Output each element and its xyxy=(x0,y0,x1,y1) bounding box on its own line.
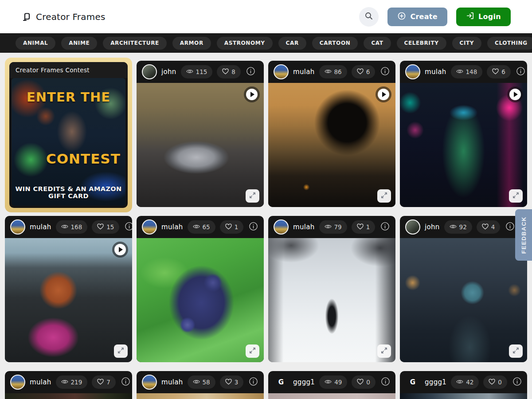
likes-pill[interactable]: 4 xyxy=(477,220,501,234)
nav-category[interactable]: ANIMAL xyxy=(16,37,55,50)
username[interactable]: mulah xyxy=(30,378,51,386)
expand-button[interactable] xyxy=(246,189,259,203)
username[interactable]: gggg1 xyxy=(425,378,446,386)
likes-pill[interactable]: 15 xyxy=(92,220,119,234)
avatar[interactable] xyxy=(405,219,420,235)
info-button[interactable] xyxy=(248,221,259,233)
card-image[interactable] xyxy=(137,238,264,362)
views-pill: 79 xyxy=(319,220,347,234)
nav-category[interactable]: CAT xyxy=(364,37,391,50)
likes-pill[interactable]: 3 xyxy=(220,376,244,389)
eye-icon xyxy=(325,379,332,386)
likes-pill[interactable]: 6 xyxy=(487,65,511,78)
avatar[interactable] xyxy=(142,219,157,235)
expand-button[interactable] xyxy=(377,344,391,358)
username[interactable]: mulah xyxy=(293,68,315,76)
likes-pill[interactable]: 7 xyxy=(92,376,116,389)
avatar[interactable] xyxy=(274,64,289,79)
info-button[interactable] xyxy=(248,376,259,388)
info-button[interactable] xyxy=(120,376,131,388)
frames-logo-icon xyxy=(21,12,32,22)
info-button[interactable] xyxy=(512,376,523,388)
card-menu-button[interactable]: ⋮ xyxy=(395,67,395,77)
views-count: 148 xyxy=(466,68,477,75)
info-button[interactable] xyxy=(515,66,526,78)
nav-category[interactable]: CAR xyxy=(278,37,306,50)
username[interactable]: john xyxy=(161,68,176,76)
card-image[interactable] xyxy=(268,393,395,399)
avatar[interactable]: G xyxy=(274,375,289,390)
likes-pill[interactable]: 0 xyxy=(483,376,507,389)
card-image[interactable] xyxy=(137,83,264,207)
avatar[interactable] xyxy=(10,219,25,235)
likes-pill[interactable]: 1 xyxy=(352,220,376,234)
info-button[interactable] xyxy=(379,66,391,78)
card-image[interactable] xyxy=(268,238,395,362)
likes-pill[interactable]: 6 xyxy=(352,65,376,78)
nav-category[interactable]: CELEBRITY xyxy=(397,37,446,50)
avatar[interactable] xyxy=(405,64,420,79)
username[interactable]: mulah xyxy=(425,68,446,76)
username[interactable]: john xyxy=(425,223,440,231)
nav-category[interactable]: ASTRONOMY xyxy=(217,37,273,50)
heart-icon xyxy=(97,223,104,231)
card-image[interactable] xyxy=(268,83,395,207)
media-card: G gggg1 49 0 xyxy=(268,371,395,399)
avatar[interactable] xyxy=(142,375,157,390)
username[interactable]: mulah xyxy=(161,223,183,231)
avatar[interactable]: G xyxy=(405,375,420,390)
username[interactable]: gggg1 xyxy=(293,378,315,386)
info-icon xyxy=(381,377,390,387)
card-image[interactable] xyxy=(5,238,132,362)
cards-grid: Creator Frames Contest ENTER THE CONTEST… xyxy=(5,58,527,399)
card-image[interactable] xyxy=(137,393,264,399)
nav-category[interactable]: ARCHITECTURE xyxy=(103,37,167,50)
card-image[interactable] xyxy=(400,83,527,207)
info-button[interactable] xyxy=(379,221,391,233)
likes-pill[interactable]: 8 xyxy=(217,65,241,78)
search-button[interactable] xyxy=(359,7,379,27)
expand-button[interactable] xyxy=(377,189,391,203)
nav-category[interactable]: ARMOR xyxy=(172,37,211,50)
card-image[interactable] xyxy=(400,238,527,362)
eye-icon xyxy=(456,379,463,386)
nav-category[interactable]: CITY xyxy=(452,37,482,50)
login-button[interactable]: Login xyxy=(456,8,511,26)
info-icon xyxy=(125,222,132,232)
info-button[interactable] xyxy=(124,221,132,233)
avatar[interactable] xyxy=(274,219,289,235)
nav-category[interactable]: CLOTHING xyxy=(487,37,532,50)
info-button[interactable] xyxy=(245,66,256,78)
feedback-tab[interactable]: FEEDBACK xyxy=(515,209,532,261)
card-menu-button[interactable]: ⋮ xyxy=(395,222,395,232)
play-button[interactable] xyxy=(509,89,521,100)
expand-button[interactable] xyxy=(509,189,523,203)
card-image[interactable] xyxy=(5,393,132,399)
play-button[interactable] xyxy=(114,244,126,255)
heart-icon xyxy=(357,223,364,231)
nav-category[interactable]: ANIME xyxy=(61,37,97,50)
info-button[interactable] xyxy=(505,221,516,233)
likes-pill[interactable]: 1 xyxy=(220,220,244,234)
card-menu-button[interactable]: ⋮ xyxy=(263,377,264,387)
card-image[interactable] xyxy=(400,393,527,399)
logo[interactable]: Creator Frames xyxy=(21,12,106,22)
card-menu-button[interactable]: ⋮ xyxy=(263,222,264,232)
play-button[interactable] xyxy=(378,89,389,100)
info-button[interactable] xyxy=(380,376,391,388)
username[interactable]: mulah xyxy=(161,378,183,386)
nav-category[interactable]: CARTOON xyxy=(312,37,358,50)
contest-banner-card[interactable]: Creator Frames Contest ENTER THE CONTEST… xyxy=(5,58,132,212)
likes-pill[interactable]: 0 xyxy=(352,376,376,389)
views-pill: 92 xyxy=(444,220,472,234)
expand-button[interactable] xyxy=(246,344,259,358)
expand-button[interactable] xyxy=(509,344,523,358)
avatar[interactable] xyxy=(142,64,157,79)
avatar[interactable] xyxy=(10,375,25,390)
username[interactable]: mulah xyxy=(30,223,51,231)
expand-button[interactable] xyxy=(114,344,128,358)
create-button[interactable]: Create xyxy=(387,8,447,26)
play-button[interactable] xyxy=(246,89,258,100)
username[interactable]: mulah xyxy=(293,223,315,231)
card-menu-button[interactable]: ⋮ xyxy=(261,67,264,77)
